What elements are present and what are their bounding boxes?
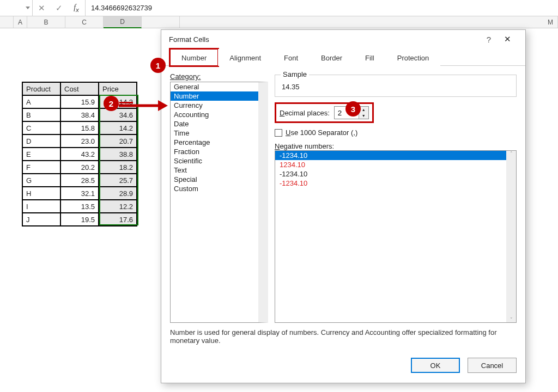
category-percentage[interactable]: Percentage	[171, 138, 258, 147]
table-row[interactable]: 23.0	[60, 134, 99, 148]
callout-badge-1: 1	[150, 58, 166, 73]
col-c[interactable]: C	[65, 16, 104, 28]
table-row[interactable]: E	[22, 148, 60, 161]
table-row[interactable]: H	[22, 187, 60, 200]
svg-marker-1	[158, 100, 168, 111]
table-row[interactable]: A	[22, 95, 60, 108]
header-product[interactable]: Product	[22, 82, 60, 95]
column-headers: A B C D M	[0, 16, 558, 28]
tab-border[interactable]: Border	[310, 49, 354, 66]
enter-formula-icon[interactable]: ✓	[50, 0, 68, 16]
table-row[interactable]: 43.2	[60, 148, 99, 161]
table-row[interactable]: 14.2	[99, 121, 137, 134]
category-label: Category:	[170, 72, 268, 81]
name-box[interactable]	[0, 0, 33, 16]
category-scientific[interactable]: Scientific	[171, 156, 258, 166]
table-row[interactable]: 28.9	[99, 187, 137, 200]
ok-button[interactable]: OK	[411, 358, 460, 373]
sample-legend: Sample	[281, 70, 309, 78]
formula-bar: ✕ ✓ fx 14.3466692632739	[0, 0, 558, 16]
formula-value[interactable]: 14.3466692632739	[85, 0, 558, 16]
tab-protection[interactable]: Protection	[386, 49, 441, 66]
category-custom[interactable]: Custom	[171, 184, 258, 193]
thousand-separator-checkbox[interactable]	[275, 129, 282, 137]
table-row[interactable]: 38.4	[60, 108, 99, 121]
sample-value: 14.35	[282, 83, 510, 91]
help-icon[interactable]: ?	[481, 35, 497, 44]
dialog-tabs: Number Alignment Font Border Fill Protec…	[161, 48, 525, 66]
scrollbar[interactable]: ˄˅	[506, 151, 516, 322]
table-row[interactable]: 25.7	[99, 174, 137, 187]
table-row[interactable]: J	[22, 213, 60, 226]
callout-arrow-icon	[119, 99, 168, 112]
table-row[interactable]: B	[22, 108, 60, 121]
fx-icon[interactable]: fx	[68, 0, 85, 16]
table-row[interactable]: 28.5	[60, 174, 99, 187]
format-cells-dialog: Format Cells ? ✕ Number Alignment Font B…	[161, 29, 526, 383]
cancel-button[interactable]: Cancel	[468, 358, 517, 373]
table-row[interactable]: 15.9	[60, 95, 99, 108]
header-cost[interactable]: Cost	[60, 82, 99, 95]
category-special[interactable]: Special	[171, 175, 258, 184]
table-row[interactable]: 17.6	[99, 213, 137, 226]
cancel-formula-icon[interactable]: ✕	[33, 0, 50, 16]
tab-alignment[interactable]: Alignment	[218, 49, 272, 66]
dialog-title: Format Cells	[169, 35, 209, 44]
table-row[interactable]: G	[22, 174, 60, 187]
negative-option[interactable]: -1234.10	[275, 179, 516, 188]
negative-numbers-label: Negative numbers:	[275, 142, 517, 150]
negative-option[interactable]: 1234.10	[275, 160, 516, 169]
sample-box: Sample 14.35	[275, 75, 517, 97]
table-row[interactable]: I	[22, 200, 60, 213]
table-row[interactable]: 20.7	[99, 134, 137, 148]
col-e[interactable]	[142, 16, 180, 28]
col-b[interactable]: B	[27, 16, 65, 28]
tab-fill[interactable]: Fill	[354, 49, 386, 66]
tab-font[interactable]: Font	[272, 49, 310, 66]
table-row[interactable]: 38.8	[99, 148, 137, 161]
col-d[interactable]: D	[104, 16, 142, 28]
category-general[interactable]: General	[171, 82, 258, 91]
category-text[interactable]: Text	[171, 166, 258, 175]
format-description: Number is used for general display of nu…	[161, 323, 525, 350]
table-row[interactable]: C	[22, 121, 60, 134]
col-a[interactable]: A	[14, 16, 27, 28]
decimal-places-label: Decimal places:	[280, 109, 330, 117]
callout-badge-2: 2	[104, 96, 119, 111]
thousand-separator-label: Use 1000 Separator (,)	[286, 128, 357, 137]
header-price[interactable]: Price	[99, 82, 137, 95]
category-number[interactable]: Number	[171, 91, 258, 101]
table-row[interactable]: 19.5	[60, 213, 99, 226]
category-list[interactable]: General Number Currency Accounting Date …	[170, 82, 268, 323]
close-icon[interactable]: ✕	[497, 31, 518, 47]
category-time[interactable]: Time	[171, 128, 258, 138]
tab-number[interactable]: Number	[170, 49, 218, 66]
select-all-corner[interactable]	[0, 16, 14, 28]
table-row[interactable]: 18.2	[99, 161, 137, 174]
table-row[interactable]: 12.2	[99, 200, 137, 213]
negative-numbers-list[interactable]: -1234.10 1234.10 -1234.10 -1234.10 ˄˅	[275, 150, 517, 323]
category-date[interactable]: Date	[171, 119, 258, 128]
negative-option[interactable]: -1234.10	[275, 151, 516, 160]
negative-option[interactable]: -1234.10	[275, 169, 516, 179]
col-m[interactable]: M	[180, 16, 558, 28]
callout-badge-3: 3	[345, 101, 361, 117]
category-fraction[interactable]: Fraction	[171, 147, 258, 156]
table-row[interactable]: 13.5	[60, 200, 99, 213]
table-row[interactable]: 32.1	[60, 187, 99, 200]
table-row[interactable]: F	[22, 161, 60, 174]
table-row[interactable]: 15.8	[60, 121, 99, 134]
category-currency[interactable]: Currency	[171, 101, 258, 110]
table-row[interactable]: 20.2	[60, 161, 99, 174]
table-row[interactable]: D	[22, 134, 60, 148]
category-accounting[interactable]: Accounting	[171, 110, 258, 119]
